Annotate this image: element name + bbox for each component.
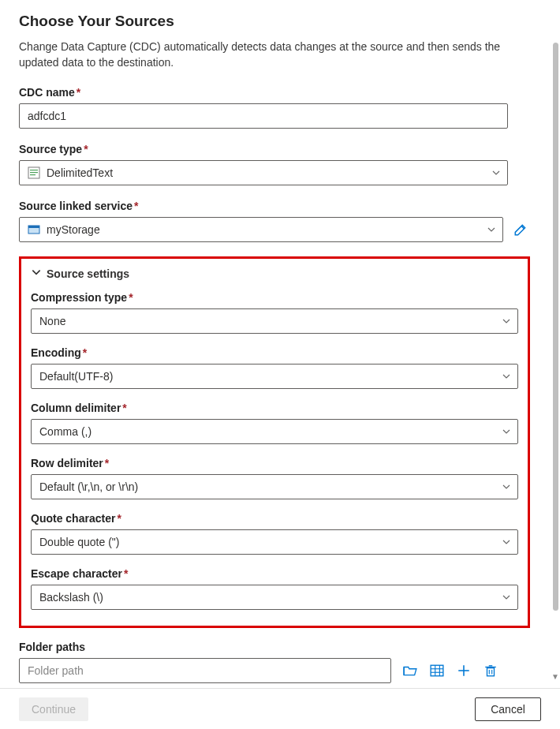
- field-quote-character: Quote character* Double quote ("): [31, 512, 518, 555]
- required-asterisk: *: [122, 402, 126, 414]
- field-escape-character: Escape character* Backslash (\): [31, 567, 518, 610]
- source-type-label: Source type*: [19, 143, 530, 155]
- field-encoding: Encoding* Default(UTF-8): [31, 346, 518, 389]
- chevron-down-icon: [502, 482, 511, 492]
- escape-character-value: Backslash (\): [39, 591, 103, 604]
- required-asterisk: *: [84, 143, 88, 155]
- required-asterisk: *: [105, 457, 109, 469]
- folder-paths-label: Folder paths: [19, 641, 530, 653]
- row-delimiter-value: Default (\r,\n, or \r\n): [39, 480, 138, 493]
- svg-rect-6: [431, 665, 443, 676]
- chevron-down-icon: [502, 537, 511, 547]
- row-delimiter-select[interactable]: Default (\r,\n, or \r\n): [31, 474, 518, 499]
- chevron-down-icon: [491, 168, 501, 178]
- row-delimiter-label-text: Row delimiter: [31, 457, 103, 469]
- source-linked-service-value: myStorage: [47, 223, 100, 236]
- escape-character-label-text: Escape character: [31, 567, 122, 580]
- cancel-button[interactable]: Cancel: [475, 697, 541, 721]
- cdc-name-input[interactable]: [19, 103, 508, 129]
- encoding-label: Encoding*: [31, 346, 518, 359]
- folder-path-input[interactable]: [19, 658, 391, 683]
- quote-character-label-text: Quote character: [31, 512, 115, 525]
- quote-character-value: Double quote ("): [39, 536, 119, 548]
- chevron-down-icon: [502, 593, 511, 602]
- page-title: Choose Your Sources: [19, 13, 530, 30]
- source-settings-toggle[interactable]: Source settings: [31, 267, 518, 280]
- source-settings-section: Source settings Compression type* None E…: [19, 256, 530, 628]
- continue-button[interactable]: Continue: [19, 697, 88, 721]
- source-type-select[interactable]: DelimitedText: [19, 160, 508, 185]
- field-cdc-name: CDC name*: [19, 86, 530, 129]
- chevron-down-icon: [487, 225, 496, 234]
- svg-rect-1: [30, 170, 38, 170]
- delimited-text-icon: [28, 166, 40, 179]
- edit-linked-service-button[interactable]: [511, 220, 530, 239]
- source-linked-service-label: Source linked service*: [19, 200, 530, 212]
- storage-icon: [28, 223, 40, 236]
- source-type-value: DelimitedText: [47, 166, 113, 179]
- column-delimiter-select[interactable]: Comma (,): [31, 419, 518, 444]
- escape-character-select[interactable]: Backslash (\): [31, 585, 518, 610]
- quote-character-label: Quote character*: [31, 512, 518, 525]
- scrollbar-thumb[interactable]: [553, 43, 558, 611]
- page-description: Change Data Capture (CDC) automatically …: [19, 39, 508, 70]
- field-row-delimiter: Row delimiter* Default (\r,\n, or \r\n): [31, 457, 518, 499]
- row-delimiter-label: Row delimiter*: [31, 457, 518, 469]
- field-source-type: Source type* DelimitedText: [19, 143, 530, 185]
- chevron-down-icon: [31, 267, 42, 280]
- column-delimiter-label-text: Column delimiter: [31, 402, 121, 414]
- add-folder-path-button[interactable]: [456, 663, 472, 679]
- column-delimiter-value: Comma (,): [39, 425, 91, 438]
- compression-type-label-text: Compression type: [31, 291, 127, 304]
- escape-character-label: Escape character*: [31, 567, 518, 580]
- required-asterisk: *: [134, 200, 138, 212]
- field-source-linked-service: Source linked service* myStorage: [19, 200, 530, 242]
- encoding-value: Default(UTF-8): [39, 370, 113, 383]
- encoding-select[interactable]: Default(UTF-8): [31, 364, 518, 389]
- field-folder-paths: Folder paths: [19, 641, 530, 683]
- browse-folder-button[interactable]: [402, 663, 418, 679]
- svg-rect-3: [30, 174, 35, 175]
- required-asterisk: *: [124, 567, 128, 580]
- chevron-down-icon: [502, 316, 511, 326]
- quote-character-select[interactable]: Double quote ("): [31, 529, 518, 555]
- delete-folder-path-button[interactable]: [483, 663, 498, 679]
- field-column-delimiter: Column delimiter* Comma (,): [31, 402, 518, 444]
- compression-type-select[interactable]: None: [31, 308, 518, 334]
- chevron-down-icon: [502, 372, 511, 381]
- required-asterisk: *: [83, 346, 87, 359]
- svg-rect-2: [30, 172, 38, 173]
- scroll-down-arrow[interactable]: ▼: [551, 671, 560, 682]
- svg-rect-5: [28, 226, 39, 228]
- required-asterisk: *: [77, 86, 80, 99]
- encoding-label-text: Encoding: [31, 346, 81, 359]
- cdc-name-label: CDC name*: [19, 86, 530, 99]
- source-type-label-text: Source type: [19, 143, 82, 155]
- column-delimiter-label: Column delimiter*: [31, 402, 518, 414]
- footer-bar: Continue Cancel: [0, 688, 560, 729]
- required-asterisk: *: [129, 291, 133, 304]
- cdc-name-label-text: CDC name: [19, 86, 75, 99]
- preview-data-button[interactable]: [429, 663, 445, 679]
- source-linked-service-label-text: Source linked service: [19, 200, 133, 212]
- required-asterisk: *: [117, 512, 121, 525]
- svg-rect-13: [487, 668, 495, 676]
- chevron-down-icon: [502, 427, 511, 436]
- source-settings-label: Source settings: [47, 267, 129, 280]
- compression-type-value: None: [39, 315, 65, 327]
- field-compression-type: Compression type* None: [31, 291, 518, 334]
- compression-type-label: Compression type*: [31, 291, 518, 304]
- source-linked-service-select[interactable]: myStorage: [19, 217, 503, 242]
